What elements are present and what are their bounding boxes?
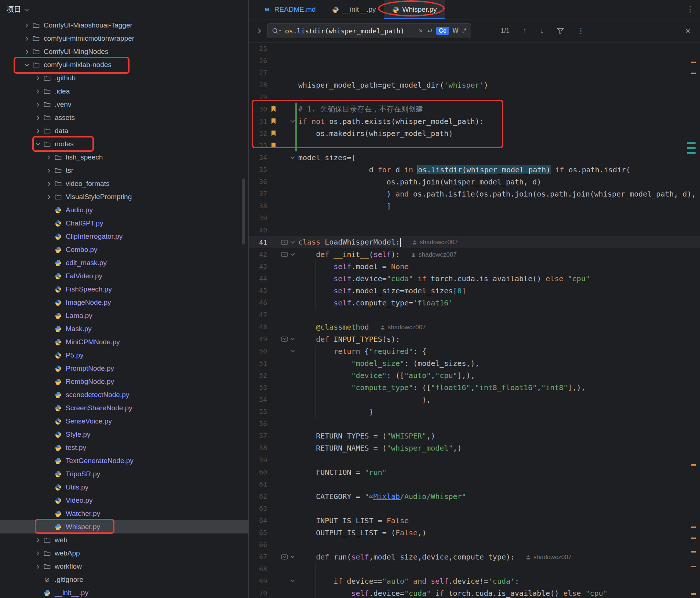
tree-item-textgeneratenode.py[interactable]: TextGenerateNode.py [0, 454, 248, 467]
code-line-35[interactable]: 35 d for d in os.listdir(whisper_model_p… [249, 164, 700, 176]
newline-icon[interactable] [426, 28, 433, 34]
code-line-51[interactable]: 51 "model_size": (model_sizes,), [249, 357, 700, 369]
code-line-46[interactable]: 46 self.compute_type='float16' [249, 297, 700, 309]
chevron-right-icon[interactable] [33, 115, 43, 120]
code-line-40[interactable]: 40 [249, 224, 700, 236]
code-line-61[interactable]: 61 [249, 478, 700, 490]
clear-search-icon[interactable]: × [419, 27, 423, 35]
next-match-icon[interactable]: ↓ [540, 26, 544, 35]
code-line-41[interactable]: 41class LoadWhisperModel:shadowcz007 [249, 236, 700, 248]
tree-item-test.py[interactable]: test.py [0, 441, 248, 454]
code-line-39[interactable]: 39 [249, 212, 700, 224]
code-line-69[interactable]: 69 if device=="auto" and self.device!='c… [249, 575, 700, 587]
tree-item-video_formats[interactable]: video_formats [0, 177, 248, 190]
chevron-right-icon[interactable] [22, 49, 32, 54]
tree-item-clipinterrogator.py[interactable]: ClipInterrogator.py [0, 230, 248, 243]
tab-__init__.py[interactable]: __init__.py [324, 0, 384, 19]
code-line-56[interactable]: 56 [249, 418, 700, 430]
tab-readme.md[interactable]: M↓README.md [257, 0, 324, 19]
tree-item-comfyui-mimicmotionwrapper[interactable]: comfyui-mimicmotionwrapper [0, 32, 248, 45]
chevron-right-icon[interactable] [33, 129, 43, 133]
tree-item-web[interactable]: web [0, 533, 248, 547]
tree-item-triposr.py[interactable]: TripoSR.py [0, 467, 248, 481]
chevron-right-icon[interactable] [258, 28, 261, 34]
tree-item-tsr[interactable]: tsr [0, 164, 248, 177]
chevron-right-icon[interactable] [33, 76, 43, 81]
code-line-47[interactable]: 47 [249, 309, 700, 321]
project-panel-header[interactable]: 项目 [0, 0, 248, 18]
code-line-59[interactable]: 59 [249, 454, 700, 466]
tree-item-webapp[interactable]: webApp [0, 547, 248, 560]
tree-item-workflow[interactable]: workflow [0, 560, 248, 573]
chevron-right-icon[interactable] [33, 102, 43, 107]
code-line-53[interactable]: 53 "compute_type": (["float16","int8_flo… [249, 381, 700, 393]
code-vision-icon[interactable] [281, 239, 288, 245]
tree-item-style.py[interactable]: Style.py [0, 428, 248, 441]
chevron-right-icon[interactable] [44, 155, 54, 160]
search-field[interactable]: os.listdir(whisper_model_path) × Cc W .* [267, 23, 471, 38]
code-line-28[interactable]: 28whisper_model_path=get_model_dir('whis… [249, 79, 700, 91]
search-more-options-icon[interactable]: ⋮ [577, 26, 585, 35]
code-line-37[interactable]: 37 ) and os.path.isfile(os.path.join(os.… [249, 188, 700, 200]
tree-item-chatgpt.py[interactable]: ChatGPT.py [0, 217, 248, 230]
code-line-64[interactable]: 64 INPUT_IS_LIST = False [249, 514, 700, 527]
close-search-icon[interactable]: × [685, 26, 690, 36]
tree-item-edit_mask.py[interactable]: edit_mask.py [0, 256, 248, 269]
code-line-44[interactable]: 44 self.device="cuda" if torch.cuda.is_a… [249, 272, 700, 285]
fold-chevron-icon[interactable] [290, 337, 295, 341]
code-line-58[interactable]: 58 RETURN_NAMES = ("whisper_model",) [249, 442, 700, 454]
search-input[interactable]: os.listdir(whisper_model_path) [285, 27, 415, 35]
code-vision-icon[interactable] [281, 252, 288, 257]
tree-item-mask.py[interactable]: Mask.py [0, 322, 248, 335]
chevron-right-icon[interactable] [33, 551, 43, 556]
code-vision-icon[interactable] [281, 554, 288, 560]
code-line-34[interactable]: 34model_sizes=[ [249, 151, 700, 164]
tree-item-fishspeech.py[interactable]: FishSpeech.py [0, 283, 248, 296]
author-hint[interactable]: shadowcz007 [526, 554, 572, 561]
tree-item-scenedetectnode.py[interactable]: scenedetectNode.py [0, 388, 248, 401]
fold-chevron-icon[interactable] [290, 579, 295, 583]
tree-item-combo.py[interactable]: Combo.py [0, 243, 248, 256]
tree-item-comfyui-miaoshouai-tagger[interactable]: ComfyUI-Miaoshouai-Tagger [0, 19, 248, 32]
code-line-62[interactable]: 62 CATEGORY = "∞Mixlab/Audio/Whisper" [249, 490, 700, 502]
tree-item-lama.py[interactable]: Lama.py [0, 309, 248, 322]
fold-chevron-icon[interactable] [290, 253, 295, 256]
code-line-45[interactable]: 45 self.model_size=model_sizes[0] [249, 285, 700, 297]
code-line-66[interactable]: 66 [249, 539, 700, 551]
code-line-43[interactable]: 43 self.model = None [249, 260, 700, 272]
code-line-54[interactable]: 54 }, [249, 393, 700, 406]
tree-item-.idea[interactable]: .idea [0, 85, 248, 98]
chevron-right-icon[interactable] [33, 538, 43, 543]
tree-item-assets[interactable]: assets [0, 111, 248, 124]
code-line-38[interactable]: 38 ] [249, 200, 700, 212]
code-line-70[interactable]: 70 self.device="cuda" if torch.cuda.is_a… [249, 587, 700, 598]
tabbar-more-options-icon[interactable]: ⋮ [686, 4, 694, 14]
code-line-57[interactable]: 57 RETURN_TYPES = ("WHISPER",) [249, 430, 700, 442]
fold-chevron-icon[interactable] [290, 241, 295, 244]
code-vision-icon[interactable] [281, 336, 288, 342]
tree-item-promptnode.py[interactable]: PromptNode.py [0, 362, 248, 375]
fold-chevron-icon[interactable] [290, 156, 295, 159]
filter-icon[interactable] [557, 28, 564, 34]
regex-toggle[interactable]: .* [462, 27, 466, 34]
tree-item-.venv[interactable]: .venv [0, 98, 248, 111]
chevron-right-icon[interactable] [22, 36, 32, 41]
tree-item-comfyui-mingnodes[interactable]: ComfyUI-MingNodes [0, 45, 248, 58]
tree-item-minicpmnode.py[interactable]: MiniCPMNode.py [0, 335, 248, 349]
tree-item-watcher.py[interactable]: Watcher.py [0, 507, 248, 520]
code-line-27[interactable]: 27 [249, 67, 700, 79]
fold-chevron-icon[interactable] [290, 555, 295, 558]
previous-match-icon[interactable]: ↑ [523, 26, 527, 35]
chevron-right-icon[interactable] [44, 181, 54, 186]
tree-item-sensevoice.py[interactable]: SenseVoice.py [0, 415, 248, 428]
tree-item-audio.py[interactable]: Audio.py [0, 203, 248, 217]
tree-item-data[interactable]: data [0, 124, 248, 137]
chevron-right-icon[interactable] [44, 195, 54, 199]
author-hint[interactable]: shadowcz007 [380, 324, 426, 331]
search-icon[interactable] [272, 27, 281, 34]
code-line-25[interactable]: 25 [249, 43, 700, 55]
tree-item-fish_speech[interactable]: fish_speech [0, 151, 248, 164]
match-case-toggle[interactable]: Cc [436, 27, 449, 35]
tree-item-imagenode.py[interactable]: ImageNode.py [0, 296, 248, 309]
code-line-65[interactable]: 65 OUTPUT_IS_LIST = (False,) [249, 527, 700, 539]
